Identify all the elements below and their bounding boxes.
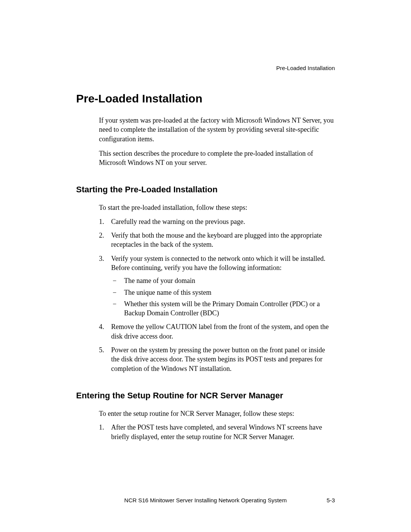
- list-item: 5. Power on the system by pressing the p…: [99, 345, 335, 373]
- list-text: Verify that both the mouse and the keybo…: [111, 232, 322, 248]
- section-content: To start the pre-loaded installation, fo…: [76, 203, 335, 373]
- section-lead: To enter the setup routine for NCR Serve…: [99, 409, 335, 418]
- footer-spacer: [76, 497, 99, 503]
- list-text: After the POST tests have completed, and…: [111, 423, 322, 440]
- list-number: 4.: [99, 322, 104, 331]
- list-item: 1. After the POST tests have completed, …: [99, 423, 335, 441]
- sub-list: − The name of your domain − The unique n…: [111, 276, 335, 318]
- section-heading-entering: Entering the Setup Routine for NCR Serve…: [76, 391, 335, 401]
- dash-icon: −: [113, 288, 116, 297]
- list-item: 1. Carefully read the warning on the pre…: [99, 217, 335, 226]
- sub-list-text: The unique name of this system: [124, 289, 211, 296]
- list-text: Carefully read the warning on the previo…: [111, 218, 245, 225]
- intro-block: If your system was pre-loaded at the fac…: [76, 116, 335, 167]
- list-item: 2. Verify that both the mouse and the ke…: [99, 231, 335, 249]
- section-content: To enter the setup routine for NCR Serve…: [76, 409, 335, 441]
- dash-icon: −: [113, 276, 116, 285]
- list-number: 5.: [99, 345, 104, 355]
- list-number: 1.: [99, 217, 104, 226]
- document-page: Pre-Loaded Installation Pre-Loaded Insta…: [0, 0, 411, 441]
- numbered-list: 1. After the POST tests have completed, …: [99, 423, 335, 441]
- list-text: Power on the system by pressing the powe…: [111, 346, 325, 372]
- list-item: 3. Verify your system is connected to th…: [99, 254, 335, 318]
- list-number: 3.: [99, 254, 104, 263]
- sub-list-item: − The name of your domain: [111, 276, 335, 285]
- list-number: 2.: [99, 231, 104, 240]
- list-item: 4. Remove the yellow CAUTION label from …: [99, 322, 335, 341]
- footer-page-number: 5-3: [312, 497, 335, 503]
- footer-title: NCR S16 Minitower Server Installing Netw…: [99, 497, 312, 503]
- main-heading: Pre-Loaded Installation: [76, 92, 335, 105]
- intro-paragraph: This section describes the procedure to …: [99, 149, 335, 168]
- sub-list-text: Whether this system will be the Primary …: [124, 300, 320, 317]
- header-label: Pre-Loaded Installation: [76, 65, 335, 71]
- list-text: Verify your system is connected to the n…: [111, 255, 325, 272]
- sub-list-text: The name of your domain: [124, 277, 195, 284]
- sub-list-item: − Whether this system will be the Primar…: [111, 299, 335, 318]
- list-number: 1.: [99, 423, 104, 432]
- section-lead: To start the pre-loaded installation, fo…: [99, 203, 335, 212]
- numbered-list: 1. Carefully read the warning on the pre…: [99, 217, 335, 373]
- list-text: Remove the yellow CAUTION label from the…: [111, 323, 329, 340]
- section-heading-starting: Starting the Pre-Loaded Installation: [76, 185, 335, 195]
- dash-icon: −: [113, 299, 116, 308]
- page-footer: NCR S16 Minitower Server Installing Netw…: [76, 497, 335, 503]
- sub-list-item: − The unique name of this system: [111, 288, 335, 297]
- intro-paragraph: If your system was pre-loaded at the fac…: [99, 116, 335, 144]
